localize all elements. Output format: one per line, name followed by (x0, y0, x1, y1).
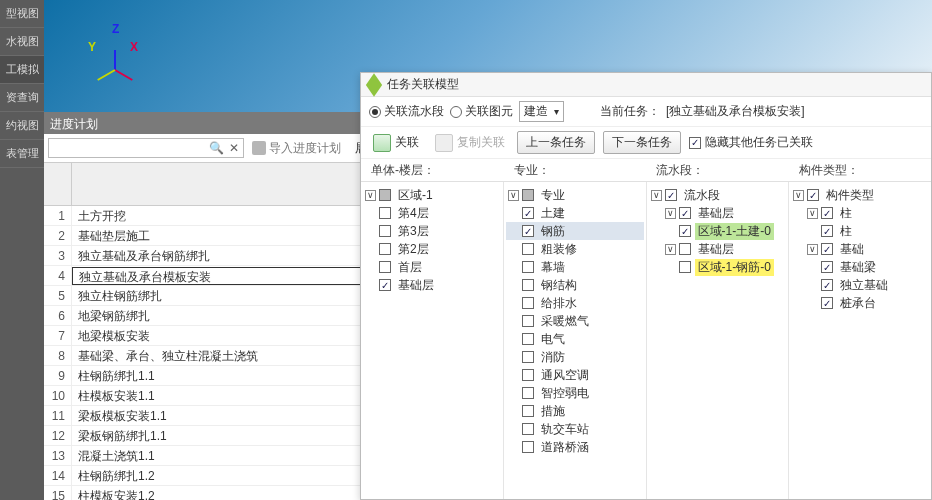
col-num-header (44, 163, 72, 205)
checkbox-icon[interactable] (522, 423, 534, 435)
col-flow-header: 流水段： (646, 162, 789, 179)
search-input[interactable] (49, 141, 207, 155)
radio-flow[interactable]: 关联流水段 (369, 103, 444, 120)
left-nav: 型视图 水视图 工模拟 资查询 约视图 表管理 (0, 0, 44, 500)
checkbox-icon[interactable] (522, 369, 534, 381)
checkbox-icon[interactable] (522, 261, 534, 273)
checkbox-icon[interactable] (522, 441, 534, 453)
row-num: 9 (44, 366, 72, 386)
twisty-icon[interactable]: ∨ (665, 244, 676, 255)
row-num: 14 (44, 466, 72, 486)
tree-floor[interactable]: ∨区域-1第4层第3层第2层首层基础层 (361, 182, 504, 499)
checkbox-icon[interactable] (821, 297, 833, 309)
checkbox-icon (689, 137, 701, 149)
checkbox-icon[interactable] (807, 189, 819, 201)
checkbox-icon[interactable] (679, 207, 691, 219)
checkbox-icon[interactable] (379, 243, 391, 255)
search-box: 🔍 ✕ (48, 138, 244, 158)
link-button[interactable]: 关联 (369, 132, 423, 154)
row-num: 2 (44, 226, 72, 246)
dialog-titlebar[interactable]: 任务关联模型 (361, 73, 931, 97)
row-num: 3 (44, 246, 72, 266)
axis-x-label: X (130, 40, 138, 54)
copy-icon (435, 134, 453, 152)
radio-icon (369, 106, 381, 118)
row-num: 4 (44, 266, 72, 286)
col-comp-header: 构件类型： (789, 162, 932, 179)
nav-item-0[interactable]: 型视图 (0, 0, 44, 28)
radio-element[interactable]: 关联图元 (450, 103, 513, 120)
link-model-dialog: 任务关联模型 关联流水段 关联图元 建造 当前任务： [独立基础及承台模板安装]… (360, 72, 932, 500)
twisty-icon[interactable]: ∨ (365, 190, 376, 201)
hide-linked-checkbox[interactable]: 隐藏其他任务已关联 (689, 134, 813, 151)
row-num: 1 (44, 206, 72, 226)
dialog-title: 任务关联模型 (387, 76, 459, 93)
link-icon (373, 134, 391, 152)
nav-item-3[interactable]: 资查询 (0, 84, 44, 112)
col-major-header: 专业： (504, 162, 647, 179)
copy-link-button[interactable]: 复制关联 (431, 132, 509, 154)
tree-major[interactable]: ∨专业土建钢筋粗装修幕墙钢结构给排水采暖燃气电气消防通风空调智控弱电措施轨交车站… (504, 182, 647, 499)
twisty-icon[interactable]: ∨ (807, 244, 818, 255)
search-icon[interactable]: 🔍 (207, 141, 225, 155)
radio-icon (450, 106, 462, 118)
checkbox-icon[interactable] (522, 405, 534, 417)
row-num: 5 (44, 286, 72, 306)
checkbox-icon[interactable] (522, 243, 534, 255)
row-num: 6 (44, 306, 72, 326)
checkbox-icon[interactable] (522, 189, 534, 201)
nav-item-4[interactable]: 约视图 (0, 112, 44, 140)
row-num: 12 (44, 426, 72, 446)
checkbox-icon[interactable] (379, 261, 391, 273)
checkbox-icon[interactable] (821, 225, 833, 237)
row-num: 7 (44, 326, 72, 346)
col-floor-header: 单体-楼层： (361, 162, 504, 179)
checkbox-icon[interactable] (679, 261, 691, 273)
import-plan-button[interactable]: 导入进度计划 (248, 138, 345, 159)
checkbox-icon[interactable] (821, 207, 833, 219)
nav-item-2[interactable]: 工模拟 (0, 56, 44, 84)
twisty-icon[interactable]: ∨ (651, 190, 662, 201)
checkbox-icon[interactable] (522, 279, 534, 291)
tree-flow[interactable]: ∨流水段 ∨基础层 区域-1-土建-0 ∨基础层 区域-1-钢筋-0 (647, 182, 790, 499)
clear-icon[interactable]: ✕ (225, 141, 243, 155)
axis-y-label: Y (88, 40, 96, 54)
checkbox-icon[interactable] (665, 189, 677, 201)
checkbox-icon[interactable] (522, 351, 534, 363)
twisty-icon[interactable]: ∨ (508, 190, 519, 201)
checkbox-icon[interactable] (379, 207, 391, 219)
current-task-label: 当前任务： (600, 103, 660, 120)
twisty-icon[interactable]: ∨ (665, 208, 676, 219)
row-num: 8 (44, 346, 72, 366)
checkbox-icon[interactable] (679, 225, 691, 237)
twisty-icon[interactable]: ∨ (793, 190, 804, 201)
checkbox-icon[interactable] (379, 189, 391, 201)
checkbox-icon[interactable] (522, 333, 534, 345)
current-task-value: [独立基础及承台模板安装] (666, 103, 805, 120)
mode-dropdown[interactable]: 建造 (519, 101, 564, 122)
checkbox-icon[interactable] (522, 207, 534, 219)
nav-item-1[interactable]: 水视图 (0, 28, 44, 56)
checkbox-icon[interactable] (379, 279, 391, 291)
checkbox-icon[interactable] (522, 297, 534, 309)
twisty-icon[interactable]: ∨ (807, 208, 818, 219)
checkbox-icon[interactable] (522, 315, 534, 327)
checkbox-icon[interactable] (679, 243, 691, 255)
checkbox-icon[interactable] (821, 243, 833, 255)
checkbox-icon[interactable] (522, 225, 534, 237)
next-task-button[interactable]: 下一条任务 (603, 131, 681, 154)
row-num: 15 (44, 486, 72, 501)
checkbox-icon[interactable] (379, 225, 391, 237)
nav-item-5[interactable]: 表管理 (0, 140, 44, 168)
row-num: 13 (44, 446, 72, 466)
axis-gizmo: Z X Y (74, 20, 134, 70)
import-label: 导入进度计划 (269, 140, 341, 157)
row-num: 11 (44, 406, 72, 426)
checkbox-icon[interactable] (522, 387, 534, 399)
tree-component[interactable]: ∨构件类型 ∨柱 柱 ∨基础 基础梁 独立基础 桩承台 (789, 182, 931, 499)
checkbox-icon[interactable] (821, 261, 833, 273)
prev-task-button[interactable]: 上一条任务 (517, 131, 595, 154)
row-num: 10 (44, 386, 72, 406)
cube-icon (366, 73, 382, 96)
checkbox-icon[interactable] (821, 279, 833, 291)
